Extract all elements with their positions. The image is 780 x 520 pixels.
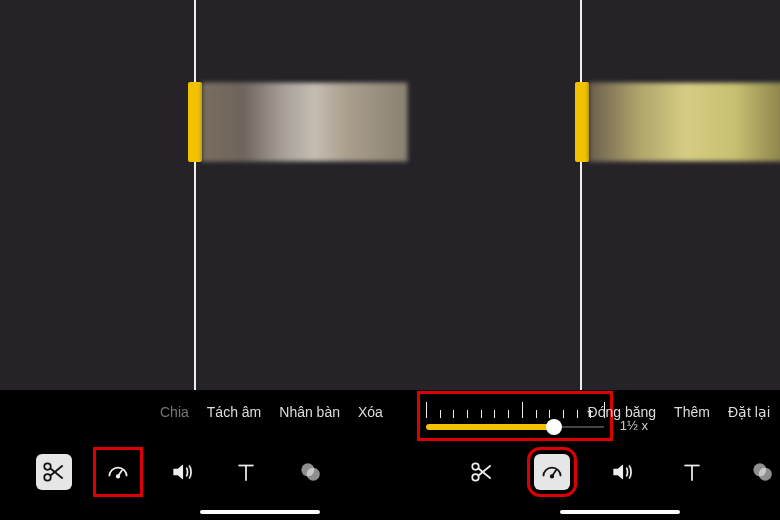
speedometer-icon — [105, 459, 131, 485]
action-delete[interactable]: Xóa — [358, 404, 383, 420]
editor-panel-left: Chia Tách âm Nhân bàn Xóa — [0, 0, 440, 520]
cut-button[interactable] — [464, 454, 500, 490]
volume-button[interactable] — [164, 454, 200, 490]
filters-button[interactable] — [292, 454, 328, 490]
speed-button[interactable] — [534, 454, 570, 490]
filters-icon — [749, 459, 775, 485]
filters-button[interactable] — [744, 454, 780, 490]
bottom-toolbar: 1½ x Đóng băng Thêm Đặt lại — [440, 390, 780, 520]
action-split[interactable]: Chia — [160, 404, 189, 420]
filters-icon — [297, 459, 323, 485]
speed-control[interactable]: 1½ x — [420, 394, 610, 438]
speed-value: 1½ x — [620, 418, 648, 433]
speed-slider-knob[interactable] — [546, 419, 562, 435]
scissors-icon — [41, 459, 67, 485]
action-detach-audio[interactable]: Tách âm — [207, 404, 261, 420]
speed-scale — [426, 398, 604, 418]
home-indicator — [560, 510, 680, 514]
clip-thumbnail — [589, 82, 780, 162]
timeline-clip[interactable] — [575, 82, 780, 162]
action-reset[interactable]: Đặt lại — [728, 404, 770, 420]
text-button[interactable] — [674, 454, 710, 490]
volume-button[interactable] — [604, 454, 640, 490]
speed-button[interactable] — [100, 454, 136, 490]
action-add[interactable]: Thêm — [674, 404, 710, 420]
svg-point-5 — [117, 475, 120, 478]
svg-point-9 — [307, 468, 320, 481]
svg-point-19 — [759, 468, 772, 481]
timeline-clip[interactable] — [188, 82, 408, 162]
editor-panel-right: 1½ x Đóng băng Thêm Đặt lại — [440, 0, 780, 520]
volume-icon — [169, 459, 195, 485]
clip-thumbnail — [202, 82, 408, 162]
volume-icon — [609, 459, 635, 485]
home-indicator — [200, 510, 320, 514]
scissors-icon — [469, 459, 495, 485]
clip-handle[interactable] — [188, 82, 202, 162]
clip-handle[interactable] — [575, 82, 589, 162]
action-freeze[interactable]: Đóng băng — [588, 404, 657, 420]
bottom-toolbar: Chia Tách âm Nhân bàn Xóa — [0, 390, 440, 520]
action-duplicate[interactable]: Nhân bàn — [279, 404, 340, 420]
cut-button[interactable] — [36, 454, 72, 490]
text-button[interactable] — [228, 454, 264, 490]
text-icon — [679, 459, 705, 485]
svg-point-15 — [551, 475, 554, 478]
playhead — [580, 0, 582, 390]
speed-slider[interactable] — [426, 424, 604, 430]
playhead — [194, 0, 196, 390]
text-icon — [233, 459, 259, 485]
speedometer-icon — [539, 459, 565, 485]
